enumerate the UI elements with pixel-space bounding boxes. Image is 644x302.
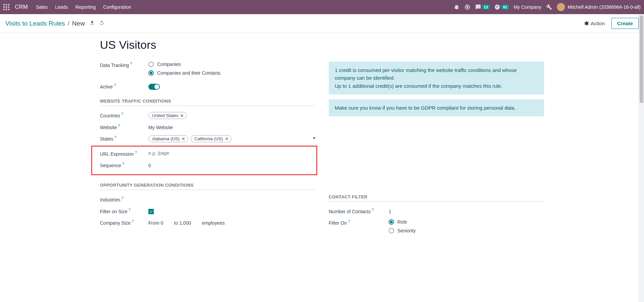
svg-rect-3 [3, 6, 5, 8]
radio-seniority[interactable]: Seniority [389, 228, 544, 233]
unsaved-icon[interactable] [90, 20, 95, 27]
messages-badge: 13 [482, 5, 490, 9]
apps-icon[interactable] [3, 4, 9, 10]
radio-icon [389, 228, 394, 233]
size-to-value[interactable]: 1,000 [179, 220, 191, 226]
radio-icon [389, 219, 394, 225]
num-contacts-label: Number of Contacts? [329, 208, 389, 215]
breadcrumb-bar: Visits to Leads Rules / New Action Creat… [0, 14, 644, 33]
active-toggle[interactable] [148, 84, 160, 90]
svg-rect-7 [6, 9, 7, 10]
activities-badge: 62 [501, 5, 509, 9]
dropdown-caret-icon[interactable]: ▾ [313, 135, 315, 141]
gdpr-info-alert: Make sure you know if you have to be GDP… [329, 99, 544, 116]
help-icon[interactable]: ? [114, 135, 116, 141]
help-icon[interactable]: ? [121, 195, 123, 201]
support-icon[interactable] [464, 4, 470, 10]
section-opportunity-header: OPPORTUNITY GENERATION CONDITIONS [100, 183, 315, 190]
radio-companies[interactable]: Companies [148, 62, 315, 67]
scrollbar-thumb[interactable] [640, 15, 643, 103]
app-brand[interactable]: CRM [15, 4, 28, 10]
sequence-label: Sequence? [100, 162, 148, 169]
help-icon[interactable]: ? [130, 61, 132, 67]
help-icon[interactable]: ? [122, 161, 124, 167]
remove-tag-icon[interactable]: ✕ [180, 113, 184, 118]
help-icon[interactable]: ? [118, 123, 120, 129]
state-tag[interactable]: Alabama (US) ✕ [148, 135, 188, 142]
website-value[interactable]: My Website [148, 124, 315, 131]
page-title: US Visitors [100, 38, 544, 51]
company-selector[interactable]: My Company [513, 4, 541, 10]
filter-on-label: Filter On? [329, 219, 389, 227]
state-tag[interactable]: California (US) ✕ [191, 135, 231, 142]
remove-tag-icon[interactable]: ✕ [225, 137, 228, 141]
help-icon[interactable]: ? [372, 207, 374, 213]
size-from-value[interactable]: 0 [161, 220, 164, 226]
url-expression-label: URL Expression? [100, 150, 148, 158]
radio-icon [148, 70, 154, 76]
country-tag[interactable]: United States ✕ [148, 112, 187, 119]
svg-rect-2 [8, 4, 9, 5]
help-icon[interactable]: ? [132, 219, 134, 225]
industries-label: Industries? [100, 196, 148, 203]
messages-icon[interactable]: 13 [475, 4, 490, 10]
menu-sales[interactable]: Sales [36, 4, 48, 10]
section-traffic-header: WEBSITE TRAFFIC CONDITIONS [100, 99, 315, 106]
filter-size-checkbox[interactable] [148, 209, 154, 214]
help-icon[interactable]: ? [135, 150, 137, 156]
action-button[interactable]: Action [584, 21, 605, 26]
breadcrumb-link[interactable]: Visits to Leads Rules [5, 20, 65, 27]
svg-rect-4 [6, 6, 7, 8]
company-size-label: Company Size? [100, 219, 148, 227]
menu-leads[interactable]: Leads [55, 4, 68, 10]
filter-size-label: Filter on Size? [100, 208, 148, 215]
help-icon[interactable]: ? [129, 207, 131, 213]
url-expression-input[interactable] [148, 150, 315, 156]
user-menu[interactable]: Mitchell Admin (20366964-16-0-all) [557, 3, 641, 11]
menu-configuration[interactable]: Configuration [103, 4, 131, 10]
scrollbar[interactable] [639, 14, 644, 254]
svg-rect-0 [3, 4, 5, 5]
breadcrumb-current: New [72, 20, 85, 27]
radio-icon [148, 62, 154, 67]
countries-label: Countries? [100, 112, 148, 119]
svg-rect-5 [8, 6, 9, 8]
svg-rect-8 [8, 9, 9, 10]
discard-icon[interactable] [99, 20, 104, 27]
active-label: Active? [100, 83, 148, 90]
section-contact-filter-header: CONTACT FILTER [329, 194, 544, 202]
menu-reporting[interactable]: Reporting [75, 4, 96, 10]
help-icon[interactable]: ? [121, 111, 123, 117]
sequence-value[interactable]: 0 [148, 162, 315, 169]
states-label: States? [100, 135, 148, 143]
data-tracking-label: Data Tracking? [100, 62, 148, 69]
credit-info-alert: 1 credit is consumed per visitor matchin… [329, 62, 544, 95]
num-contacts-value[interactable]: 1 [389, 208, 544, 215]
avatar [557, 3, 565, 11]
activities-icon[interactable]: 62 [494, 4, 509, 10]
help-icon[interactable]: ? [114, 82, 116, 88]
svg-rect-1 [6, 4, 7, 5]
radio-role[interactable]: Role [389, 219, 544, 225]
create-button[interactable]: Create [611, 18, 639, 29]
svg-rect-6 [3, 9, 5, 10]
remove-tag-icon[interactable]: ✕ [182, 137, 185, 141]
debug-icon[interactable] [454, 4, 460, 10]
user-name: Mitchell Admin (20366964-16-0-all) [568, 4, 641, 10]
radio-companies-contacts[interactable]: Companies and their Contacts [148, 70, 315, 76]
breadcrumb: Visits to Leads Rules / New [5, 20, 85, 27]
top-nav: CRM Sales Leads Reporting Configuration … [0, 0, 644, 14]
website-label: Website? [100, 124, 148, 131]
tools-icon[interactable] [546, 4, 552, 10]
help-icon[interactable]: ? [348, 219, 350, 225]
